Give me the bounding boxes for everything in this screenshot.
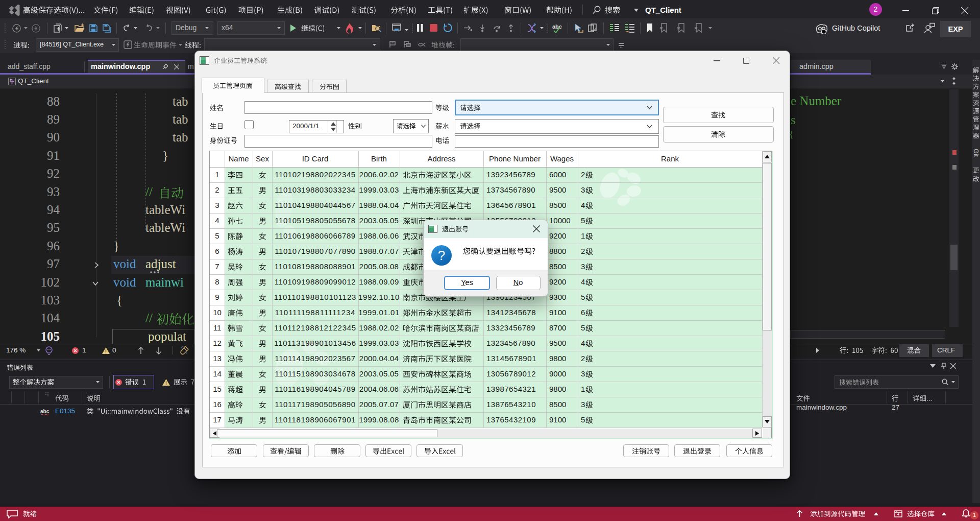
svg-text:?: ? bbox=[438, 248, 445, 263]
svg-text:abc: abc bbox=[40, 409, 50, 414]
svg-text:abc: abc bbox=[552, 23, 562, 30]
